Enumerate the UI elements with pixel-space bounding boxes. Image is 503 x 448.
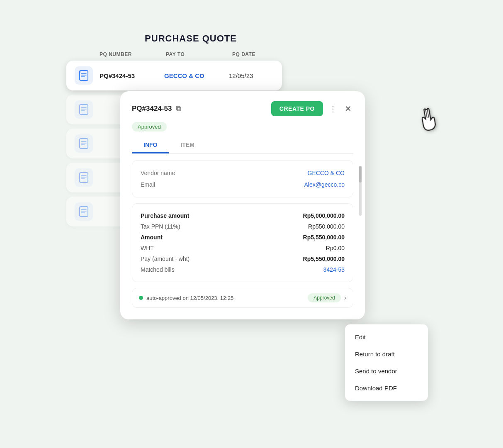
dropdown-menu: Edit Return to draft Send to vendor Down… [345, 324, 428, 401]
scrollbar-thumb [359, 166, 362, 183]
tab-item[interactable]: ITEM [169, 137, 206, 153]
modal-header: PQ#3424-53 ⧉ CREATE PO ⋮ ✕ [132, 101, 353, 116]
approval-left: auto-approved on 12/05/2023, 12:25 [139, 295, 233, 301]
approval-text: auto-approved on 12/05/2023, 12:25 [146, 295, 233, 301]
document-icon [75, 134, 93, 153]
create-po-button[interactable]: CREATE PO [271, 101, 323, 116]
document-icon [75, 100, 93, 119]
matched-bills-value[interactable]: 3424-53 [323, 266, 345, 273]
status-badge: Approved [132, 122, 167, 131]
dropdown-return-to-draft[interactable]: Return to draft [345, 346, 428, 363]
email-row: Email Alex@gecco.co [141, 179, 345, 190]
amounts-section: Purchase amount Rp5,000,000.00 Tax PPN (… [132, 203, 353, 282]
matched-bills-row: Matched bills 3424-53 [141, 264, 345, 275]
dropdown-download-pdf[interactable]: Download PDF [345, 380, 428, 397]
amount-label: Amount [141, 234, 163, 241]
approval-badge: Approved [308, 293, 340, 302]
modal-pq-number: PQ#3424-53 ⧉ [132, 105, 181, 113]
document-icon [75, 202, 93, 221]
svg-rect-0 [80, 71, 88, 80]
pay-value: Rp5,550,000.00 [303, 256, 345, 262]
col-pq-date: PQ DATE [232, 51, 282, 57]
tax-row: Tax PPN (11%) Rp550,000.00 [141, 221, 345, 232]
col-pq-number: PQ NUMBER [100, 51, 166, 57]
purchase-amount-row: Purchase amount Rp5,000,000.00 [141, 210, 345, 221]
green-dot-icon [139, 296, 143, 300]
wht-row: WHT Rp0.00 [141, 243, 345, 253]
card-pay-to: GECCO & CO [164, 72, 222, 79]
svg-rect-16 [80, 207, 88, 217]
vendor-row: Vendor name GECCO & CO [141, 167, 345, 179]
dropdown-edit[interactable]: Edit [345, 329, 428, 346]
column-headers: PQ NUMBER PAY TO PQ DATE [100, 51, 282, 57]
wht-label: WHT [141, 245, 154, 251]
approval-row: auto-approved on 12/05/2023, 12:25 Appro… [132, 288, 353, 308]
vendor-label: Vendor name [141, 170, 175, 176]
email-value: Alex@gecco.co [304, 181, 345, 188]
svg-rect-8 [80, 139, 88, 149]
close-icon[interactable]: ✕ [343, 102, 353, 115]
dropdown-send-to-vendor[interactable]: Send to vendor [345, 363, 428, 380]
chevron-down-icon[interactable]: › [344, 294, 346, 302]
page-wrapper: PURCHASE QUOTE PQ NUMBER PAY TO PQ DATE [0, 0, 503, 448]
info-section: Vendor name GECCO & CO Email Alex@gecco.… [132, 160, 353, 197]
modal-actions: CREATE PO ⋮ ✕ [271, 101, 353, 116]
svg-rect-4 [80, 105, 88, 114]
page-title: PURCHASE QUOTE [100, 33, 282, 44]
copy-icon[interactable]: ⧉ [176, 105, 181, 113]
modal: PQ#3424-53 ⧉ CREATE PO ⋮ ✕ Approved INFO… [120, 91, 365, 319]
card-pq-number: PQ#3424-53 [100, 72, 158, 79]
vendor-value: GECCO & CO [308, 170, 345, 176]
tab-info[interactable]: INFO [132, 137, 169, 153]
cursor-hand-icon [415, 104, 445, 141]
document-icon [75, 66, 93, 85]
scrollbar[interactable] [359, 166, 362, 216]
purchase-amount-value: Rp5,000,000.00 [303, 212, 345, 219]
pay-label: Pay (amount - wht) [141, 256, 190, 262]
tax-label: Tax PPN (11%) [141, 223, 180, 230]
amount-row: Amount Rp5,550,000.00 [141, 232, 345, 243]
purchase-amount-label: Purchase amount [141, 212, 189, 219]
tax-value: Rp550,000.00 [308, 223, 345, 230]
pq-number-text: PQ#3424-53 [132, 105, 172, 113]
email-label: Email [141, 181, 155, 188]
pay-row: Pay (amount - wht) Rp5,550,000.00 [141, 253, 345, 264]
amount-value: Rp5,550,000.00 [303, 234, 345, 241]
svg-rect-12 [80, 173, 88, 183]
wht-value: Rp0.00 [326, 245, 345, 251]
matched-bills-label: Matched bills [141, 266, 175, 273]
tabs: INFO ITEM [132, 137, 353, 153]
document-icon [75, 168, 93, 187]
col-pay-to: PAY TO [166, 51, 232, 57]
list-item[interactable]: PQ#3424-53 GECCO & CO 12/05/23 [66, 61, 282, 90]
more-options-icon[interactable]: ⋮ [327, 102, 339, 115]
card-date: 12/05/23 [229, 72, 253, 79]
